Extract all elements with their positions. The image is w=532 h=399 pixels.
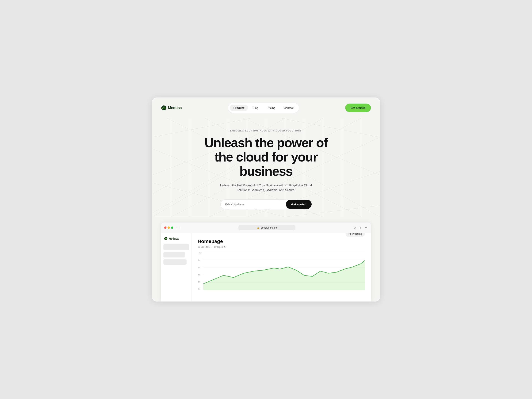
chart-label-8h: 8h — [198, 259, 201, 261]
browser-window: ‹ › 🔒 deserve.studio ↺ ⬆ + — [161, 222, 371, 302]
hero-cta-form: Get started — [220, 200, 312, 209]
browser-nav-arrows: ‹ › — [176, 226, 181, 229]
hero-title-line2: the cloud for your business — [215, 150, 317, 178]
dashboard-date-range: 10 Jul 2023 - 9Aug 2023 — [198, 246, 365, 248]
nav-contact[interactable]: Contact — [280, 105, 297, 111]
sidebar-logo-icon — [164, 237, 168, 240]
svg-point-2 — [165, 107, 165, 108]
refresh-button[interactable]: ↺ — [353, 226, 356, 229]
date-to: 9Aug 2023 — [214, 246, 226, 248]
svg-point-31 — [165, 239, 165, 239]
back-arrow[interactable]: ‹ — [176, 226, 178, 229]
email-input[interactable] — [220, 200, 290, 209]
new-tab-button[interactable]: + — [364, 226, 368, 229]
all-products-button[interactable]: All Products — [346, 233, 365, 237]
date-separator: - — [212, 246, 213, 248]
address-bar[interactable]: 🔒 deserve.studio — [238, 225, 295, 230]
chart-y-labels: 12h 8h 6h 4h 2h 0h — [198, 252, 201, 290]
browser-toolbar: ‹ › 🔒 deserve.studio ↺ ⬆ + — [161, 222, 371, 233]
hero-title: Unleash the power of the cloud for your … — [190, 136, 342, 178]
sidebar-skeleton-1 — [163, 244, 189, 250]
svg-point-32 — [166, 238, 167, 238]
browser-sidebar: Medusa — [161, 233, 191, 302]
chart-area — [203, 252, 365, 290]
hero-cta-button[interactable]: Get started — [286, 200, 312, 209]
chart-label-12h: 12h — [198, 252, 201, 254]
browser-main: All Products Homepage 10 Jul 2023 - 9Aug… — [191, 233, 371, 302]
browser-section: ‹ › 🔒 deserve.studio ↺ ⬆ + — [152, 222, 380, 302]
url-text: deserve.studio — [261, 226, 277, 229]
browser-actions: ↺ ⬆ + — [353, 226, 368, 229]
chart-label-6h: 6h — [198, 266, 201, 269]
sidebar-logo: Medusa — [163, 236, 189, 241]
forward-arrow[interactable]: › — [179, 226, 181, 229]
sidebar-skeleton-3 — [163, 259, 187, 265]
nav-links: Product Blog Pricing Contact — [228, 103, 299, 113]
nav-pricing[interactable]: Pricing — [263, 105, 279, 111]
dashboard-title: Homepage — [198, 238, 365, 244]
chart-label-2h: 2h — [198, 281, 201, 283]
traffic-light-green[interactable] — [171, 227, 173, 229]
hero-content: Empower your business with cloud solutio… — [161, 130, 371, 209]
chart-container: 12h 8h 6h 4h 2h 0h — [198, 252, 365, 290]
traffic-light-yellow[interactable] — [168, 227, 170, 229]
browser-content: Medusa All Products Homepage 10 Jul 2023… — [161, 233, 371, 302]
hero-subtitle: Unleash the Full Potential of Your Busin… — [217, 183, 315, 193]
nav-product[interactable]: Product — [230, 105, 248, 111]
chart-svg — [203, 252, 365, 290]
page-wrapper: Medusa Product Blog Pricing Contact Get … — [152, 97, 380, 302]
traffic-light-red[interactable] — [164, 227, 166, 229]
hero-tagline: Empower your business with cloud solutio… — [161, 130, 371, 132]
logo[interactable]: Medusa — [161, 105, 182, 111]
nav-get-started-button[interactable]: Get started — [345, 104, 371, 112]
chart-label-4h: 4h — [198, 274, 201, 276]
logo-text: Medusa — [168, 106, 182, 110]
svg-point-1 — [162, 108, 163, 109]
nav-blog[interactable]: Blog — [249, 105, 262, 111]
share-button[interactable]: ⬆ — [358, 226, 362, 229]
sidebar-logo-text: Medusa — [169, 237, 179, 240]
sidebar-skeleton-2 — [163, 252, 185, 257]
navbar: Medusa Product Blog Pricing Contact Get … — [152, 97, 380, 118]
hero-section: Empower your business with cloud solutio… — [152, 118, 380, 219]
chart-label-0h: 0h — [198, 288, 201, 290]
hero-title-line1: Unleash the power of — [204, 135, 328, 150]
date-from: 10 Jul 2023 — [198, 246, 210, 248]
logo-icon — [161, 105, 166, 111]
traffic-lights — [164, 227, 173, 229]
lock-icon: 🔒 — [257, 227, 260, 229]
